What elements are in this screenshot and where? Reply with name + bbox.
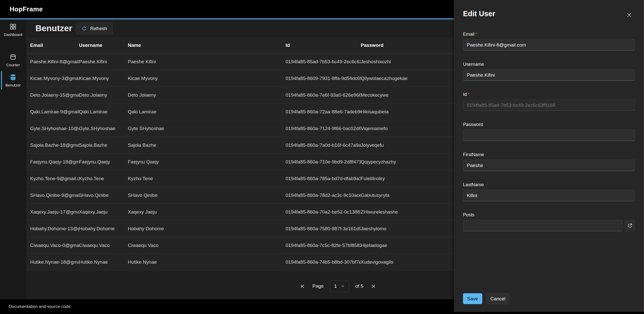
required-asterisk: * xyxy=(468,92,470,97)
close-button[interactable] xyxy=(625,11,633,19)
table-cell: Ciwaequ Vaco xyxy=(128,243,286,248)
password-input[interactable] xyxy=(463,130,635,141)
table-cell: Hobahy Dohome xyxy=(128,226,286,232)
drawer-title: Edit User xyxy=(463,10,495,18)
email-input[interactable] xyxy=(463,39,635,51)
table-row[interactable]: Deto.Jolaeny-15@gmail.comDeto.JolaenyDet… xyxy=(27,87,454,103)
save-button[interactable]: Save xyxy=(463,293,482,304)
table-cell: Faejynu.Qaejy xyxy=(79,159,128,165)
table-cell: Qojypecyzhazhy xyxy=(361,159,454,165)
table-row[interactable]: Paeshe.Kifini-8@gmail.comPaeshe.KifiniPa… xyxy=(27,53,454,70)
table-cell: Qaki.Lamirae-9@gmail.com xyxy=(30,109,79,115)
table-cell: Qaki Lamirae xyxy=(128,109,286,115)
table-row[interactable]: Qaki.Lamirae-9@gmail.comQaki.LamiraeQaki… xyxy=(27,103,454,120)
table-cell: Kyzho.Tene xyxy=(79,176,128,181)
table-cell: Hutike Nynae xyxy=(128,259,286,265)
field-username: Username xyxy=(463,62,635,81)
table-row[interactable]: Kicae.Myvony-3@gmail.comKicae.MyvonyKica… xyxy=(27,70,454,87)
posts-open-button[interactable] xyxy=(625,220,635,231)
field-label: FirstName xyxy=(463,152,635,157)
field-label: Email* xyxy=(463,32,635,37)
last-page-button[interactable] xyxy=(369,283,377,290)
app-window: HopFrame DashboardCounterBenutzer Benutz… xyxy=(0,0,644,314)
table-row[interactable]: Faejynu.Qaejy-18@gmail.comFaejynu.QaejyF… xyxy=(27,154,454,170)
table-cell: 0194fa85-8609-7931-8ffa-9d54dc69... xyxy=(286,76,361,81)
sidebar-item-counter[interactable]: Counter xyxy=(0,53,26,67)
table-cell: Hijelaelogae xyxy=(361,243,454,248)
refresh-label: Refresh xyxy=(90,26,107,31)
column-header-id: Id xyxy=(286,43,361,48)
field-label: Username xyxy=(463,62,635,67)
grid-icon xyxy=(10,23,16,30)
page-select-value: 1 xyxy=(334,283,337,289)
table-cell: SHavo.Qinibe-9@gmail.com xyxy=(30,193,79,198)
users-table: EmailUsernameNameIdPassword Paeshe.Kifin… xyxy=(27,37,454,270)
table-cell: Faejynu Qaejy xyxy=(128,159,286,165)
table-cell: Xaqexy Jaeju xyxy=(128,209,286,215)
firstname-input[interactable] xyxy=(463,160,635,171)
documentation-link[interactable]: Documentation and source code xyxy=(9,304,71,309)
field-id: Id* xyxy=(463,92,635,111)
table-cell: Gabutusyryfa xyxy=(361,193,454,198)
page-select[interactable]: 1 xyxy=(330,281,349,292)
username-input[interactable] xyxy=(463,69,635,81)
table-row[interactable]: Kyzho.Tene-9@gmail.comKyzho.TeneKyzho Te… xyxy=(27,170,454,187)
chevron-down-icon xyxy=(341,284,345,288)
top-bar: HopFrame xyxy=(0,0,454,18)
field-posts: Posts xyxy=(463,212,635,231)
table-cell: Jeshoshixozhi xyxy=(361,59,454,65)
table-cell: Kyzho.Tene-9@gmail.com xyxy=(30,176,79,181)
app-brand: HopFrame xyxy=(10,5,43,13)
sidebar-item-label: Benutzer xyxy=(5,83,21,87)
refresh-icon xyxy=(82,26,87,31)
sidebar-item-label: Dashboard xyxy=(4,32,22,37)
lastname-input[interactable] xyxy=(463,190,635,201)
field-label: LastName xyxy=(463,182,635,187)
table-row[interactable]: Gyte.SHyhoshae-10@gmail.comGyte.SHyhosha… xyxy=(27,120,454,137)
table-row[interactable]: SHavo.Qinibe-9@gmail.comSHavo.QinibeSHav… xyxy=(27,187,454,204)
field-lastname: LastName xyxy=(463,182,635,201)
table-cell: 0194fa85-860a-710e-9bd9-2d8f4718... xyxy=(286,159,361,165)
field-firstname: FirstName xyxy=(463,152,635,171)
sidebar-item-dashboard[interactable]: Dashboard xyxy=(0,23,26,37)
table-cell: Xaqexy.Jaeju xyxy=(79,209,128,215)
table-row[interactable]: Ciwaequ.Vaco-0@gmail.comCiwaequ.VacoCiwa… xyxy=(27,237,454,254)
table-cell: ZHiwureleshashe xyxy=(361,209,454,215)
table-cell: 0194fa85-860a-7e6f-93a0-626e9663... xyxy=(286,92,361,98)
table-row[interactable]: Hutike.Nynae-18@gmail.comHutike.NynaeHut… xyxy=(27,254,454,270)
table-cell: Paeshe.Kifini-8@gmail.com xyxy=(30,59,79,65)
id-input xyxy=(463,99,635,111)
field-password: Password xyxy=(463,122,635,141)
database-icon xyxy=(9,73,17,81)
counter-icon xyxy=(10,53,16,61)
sidebar-item-benutzer[interactable]: Benutzer xyxy=(0,73,26,87)
table-cell: SHavo Qinibe xyxy=(128,193,286,198)
table-cell: Sajola.Bazhe-18@gmail.com xyxy=(30,142,79,148)
refresh-button[interactable]: Refresh xyxy=(76,23,113,35)
page-count-label: of 5 xyxy=(355,283,363,289)
table-cell: Jaeshylomo xyxy=(361,226,454,232)
table-cell: 0194fa85-860a-7c5c-82fe-57bf8583... xyxy=(286,243,361,248)
posts-input[interactable] xyxy=(463,220,622,231)
table-cell: 0194fa85-860a-7124-9f66-0ac02d68... xyxy=(286,126,361,131)
table-cell: Qaki.Lamirae xyxy=(79,109,128,115)
table-cell: 0194fa85-860a-78d2-ac3c-9c10ace6... xyxy=(286,193,361,198)
column-header-password: Password xyxy=(361,43,454,48)
page-label: Page xyxy=(312,283,324,289)
table-cell: Gyte SHyhoshae xyxy=(128,126,286,131)
table-row[interactable]: Sajola.Bazhe-18@gmail.comSajola.BazheSaj… xyxy=(27,137,454,154)
column-header-name: Name xyxy=(128,43,286,48)
first-page-button[interactable] xyxy=(299,283,306,290)
table-cell: Viqemamefo xyxy=(361,126,454,131)
table-cell: Gyte.SHyhoshae-10@gmail.com xyxy=(30,126,79,131)
table-cell: Paeshe.Kifini xyxy=(79,59,128,65)
table-cell: Mecokecywe xyxy=(361,92,454,98)
table-row[interactable]: Hobahy.Dohome-13@gmail.comHobahy.DohomeH… xyxy=(27,220,454,237)
table-cell: 0194fa85-860a-7580-887f-3e161d9b... xyxy=(286,226,361,232)
main-content: Benutzer Refresh EmailUsernameNameIdPass… xyxy=(26,19,454,299)
table-cell: Deto.Jolaeny xyxy=(79,92,128,98)
table-cell: 0194fa85-860a-7a0d-b16f-6c47a9ae... xyxy=(286,142,361,148)
table-cell: Kyzho Tene xyxy=(128,176,286,181)
table-row[interactable]: Xaqexy.Jaeju-17@gmail.comXaqexy.JaejuXaq… xyxy=(27,204,454,220)
cancel-button[interactable]: Cancel xyxy=(486,293,510,304)
